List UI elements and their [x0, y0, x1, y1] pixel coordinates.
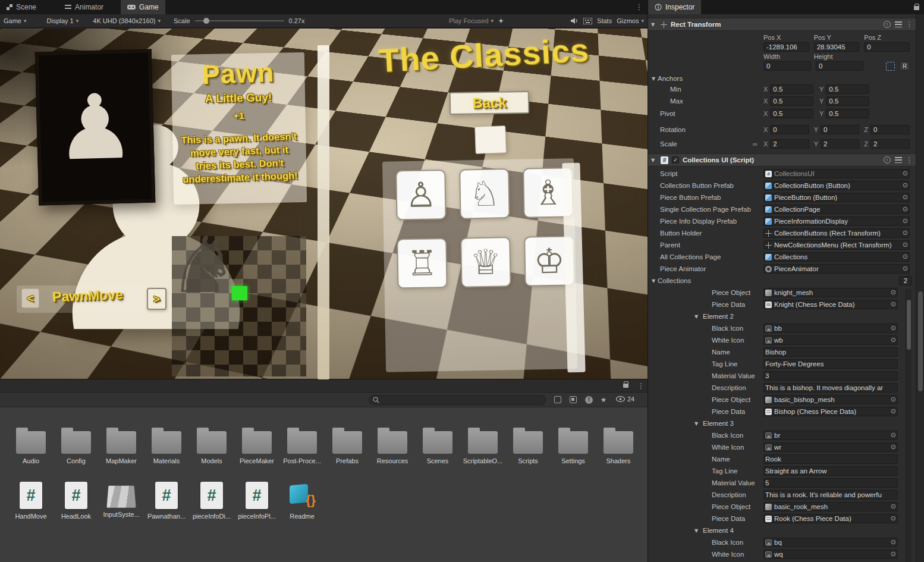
- search-by-label-icon[interactable]: [570, 396, 577, 403]
- collections-ui-header[interactable]: Collections UI (Script): [648, 153, 916, 167]
- max-y-field[interactable]: 0.5: [826, 96, 869, 106]
- object-field[interactable]: CollectionsUI: [763, 169, 910, 178]
- foldout-arrow-icon[interactable]: [652, 278, 658, 284]
- object-picker-icon[interactable]: [903, 181, 908, 190]
- list-scrollbar-thumb[interactable]: [907, 300, 911, 350]
- object-field[interactable]: basic_rook_mesh: [763, 502, 898, 511]
- kebab-menu-icon[interactable]: [636, 3, 643, 11]
- pivot-x-field[interactable]: 0.5: [770, 109, 813, 118]
- search-box[interactable]: [369, 395, 546, 405]
- object-picker-icon[interactable]: [903, 229, 908, 237]
- inspector-scrollbar-thumb[interactable]: [918, 291, 923, 391]
- collections-foldout-row[interactable]: Collections 2: [648, 275, 916, 287]
- gizmos-dropdown[interactable]: Gizmos: [617, 17, 644, 24]
- object-picker-icon[interactable]: [903, 193, 908, 202]
- raw-edit-mode-button[interactable]: R: [900, 61, 910, 71]
- project-asset[interactable]: pieceInfoDi...: [189, 481, 234, 520]
- object-field[interactable]: CollectionPage: [763, 205, 910, 214]
- object-picker-icon[interactable]: [891, 503, 896, 511]
- project-folder[interactable]: Prefabs: [325, 426, 370, 464]
- pivot-y-field[interactable]: 0.5: [826, 109, 869, 118]
- object-picker-icon[interactable]: [891, 300, 896, 309]
- width-field[interactable]: 0: [763, 61, 811, 71]
- object-field[interactable]: PieceButton (Button): [763, 193, 910, 202]
- object-field[interactable]: basic_bishop_mesh: [763, 395, 898, 404]
- object-field[interactable]: Collections: [763, 252, 910, 262]
- object-picker-icon[interactable]: [903, 217, 908, 225]
- resolution-dropdown[interactable]: 4K UHD (3840x2160): [93, 17, 161, 24]
- text-field[interactable]: Straight as an Arrow: [763, 466, 898, 476]
- back-button[interactable]: Back: [450, 91, 530, 115]
- project-folder[interactable]: Config: [54, 426, 99, 464]
- object-field[interactable]: br: [763, 431, 898, 440]
- object-picker-icon[interactable]: [891, 514, 896, 523]
- object-field[interactable]: PieceInformationDisplay: [763, 216, 910, 226]
- visibility-counter[interactable]: 24: [616, 395, 634, 403]
- audio-mute-icon[interactable]: [570, 17, 579, 24]
- previous-move-button[interactable]: <: [21, 288, 39, 308]
- scale-y-field[interactable]: 2: [821, 139, 859, 149]
- object-picker-icon[interactable]: [903, 265, 908, 273]
- project-asset[interactable]: Readme: [279, 481, 325, 520]
- help-icon[interactable]: [884, 21, 891, 28]
- rotation-z-field[interactable]: 0: [870, 125, 910, 134]
- rect-transform-header[interactable]: Rect Transform: [648, 18, 916, 31]
- search-by-type-icon[interactable]: [554, 396, 561, 403]
- project-asset[interactable]: pieceInfoPl...: [234, 481, 279, 520]
- pos-z-field[interactable]: 0: [864, 42, 910, 52]
- object-field[interactable]: bb: [763, 324, 898, 333]
- scale-slider-thumb[interactable]: [203, 18, 209, 24]
- project-folder[interactable]: MapMaker: [99, 426, 144, 464]
- object-field[interactable]: wr: [763, 442, 898, 452]
- kebab-menu-icon[interactable]: [906, 156, 913, 164]
- blueprint-mode-button[interactable]: [886, 62, 895, 71]
- search-input[interactable]: [382, 397, 542, 404]
- piece-button-pawn[interactable]: ♙: [395, 169, 446, 220]
- array-size-field[interactable]: 2: [899, 276, 912, 285]
- project-folder[interactable]: Models: [189, 426, 234, 464]
- object-field[interactable]: CollectionButton (Button): [763, 181, 910, 190]
- project-folder[interactable]: Scenes: [415, 426, 460, 464]
- project-folder[interactable]: Shaders: [596, 426, 641, 464]
- lock-icon[interactable]: [623, 384, 628, 388]
- favorites-star-icon[interactable]: [601, 396, 606, 404]
- object-picker-icon[interactable]: [903, 241, 908, 249]
- object-field[interactable]: wb: [763, 335, 898, 345]
- foldout-arrow-icon[interactable]: [694, 314, 700, 319]
- presets-icon[interactable]: [895, 157, 902, 163]
- project-folder[interactable]: ScriptableO...: [460, 426, 505, 464]
- object-picker-icon[interactable]: [891, 324, 896, 332]
- lock-icon[interactable]: [914, 6, 919, 10]
- small-white-tile[interactable]: [474, 125, 507, 154]
- foldout-arrow-icon[interactable]: [651, 158, 657, 163]
- text-field[interactable]: Forty-Five Degrees: [763, 359, 898, 369]
- object-picker-icon[interactable]: [903, 253, 908, 261]
- play-focused-dropdown[interactable]: Play Focused: [449, 17, 494, 24]
- help-icon[interactable]: [884, 156, 891, 164]
- keyboard-icon[interactable]: [583, 18, 592, 24]
- inspector-scrollbar[interactable]: [916, 14, 924, 562]
- object-field[interactable]: Bishop (Chess Piece Data): [763, 407, 898, 416]
- sparkle-icon[interactable]: [498, 18, 504, 24]
- project-asset[interactable]: HeadLook: [54, 481, 99, 520]
- object-field[interactable]: bq: [763, 538, 898, 547]
- kebab-menu-icon[interactable]: [906, 20, 913, 29]
- object-field[interactable]: PieceAnimator: [763, 264, 910, 274]
- project-folder[interactable]: Scripts: [505, 426, 551, 464]
- stats-toggle[interactable]: Stats: [597, 17, 612, 24]
- scale-slider[interactable]: [195, 20, 284, 21]
- piece-button-knight[interactable]: ♘: [459, 168, 510, 219]
- scale-z-field[interactable]: 2: [870, 139, 910, 149]
- foldout-arrow-icon[interactable]: [694, 421, 700, 426]
- tab-animator[interactable]: Animator: [58, 0, 110, 14]
- text-field[interactable]: Bishop: [763, 347, 898, 357]
- pos-x-field[interactable]: -1289.106: [763, 42, 809, 52]
- project-asset[interactable]: InputSyste...: [99, 481, 144, 520]
- rotation-y-field[interactable]: 0: [821, 125, 859, 134]
- display-dropdown[interactable]: Display 1: [47, 17, 79, 24]
- text-field[interactable]: Rook: [763, 454, 898, 464]
- constrain-proportions-icon[interactable]: ∞: [753, 140, 758, 147]
- object-picker-icon[interactable]: [891, 431, 896, 439]
- rotation-x-field[interactable]: 0: [770, 125, 809, 134]
- pos-y-field[interactable]: 28.93045: [814, 42, 860, 52]
